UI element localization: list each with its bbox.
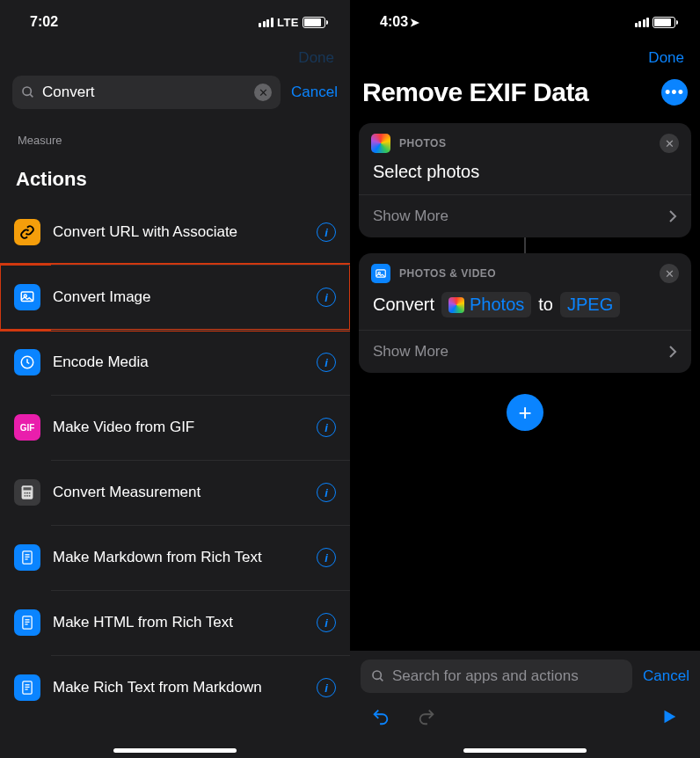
add-action-button[interactable]: + — [507, 394, 543, 431]
page-header: Remove EXIF Data ••• — [350, 69, 700, 123]
battery-icon — [303, 17, 325, 28]
close-icon[interactable]: ✕ — [660, 134, 679, 153]
action-make-video-gif[interactable]: GIF Make Video from GIF i — [0, 395, 350, 460]
photos-app-icon — [371, 134, 390, 153]
network-label: LTE — [277, 16, 299, 29]
card-category: PHOTOS & VIDEO — [399, 267, 496, 280]
done-button[interactable]: Done — [0, 44, 350, 69]
search-row: ✕ Cancel — [0, 69, 350, 118]
action-label: Convert Measurement — [53, 484, 317, 501]
gif-icon: GIF — [14, 414, 40, 441]
status-bar: 7:02 LTE — [0, 0, 350, 44]
svg-point-9 — [29, 492, 31, 494]
cancel-button[interactable]: Cancel — [291, 84, 338, 101]
status-time: 4:03➤ — [380, 14, 419, 30]
section-title: Actions — [0, 168, 350, 200]
cancel-button[interactable]: Cancel — [643, 667, 689, 685]
action-convert-url[interactable]: Convert URL with Associate i — [0, 200, 350, 265]
show-more-label: Show More — [373, 343, 448, 361]
close-icon[interactable]: ✕ — [660, 264, 679, 283]
doc-icon — [14, 544, 40, 571]
clear-icon[interactable]: ✕ — [254, 84, 272, 101]
run-button[interactable] — [660, 707, 679, 726]
info-icon[interactable]: i — [317, 483, 336, 502]
convert-prefix: Convert — [373, 295, 434, 315]
more-button[interactable]: ••• — [661, 79, 688, 106]
action-markdown-from-rich[interactable]: Make Markdown from Rich Text i — [0, 525, 350, 590]
home-indicator[interactable] — [463, 748, 587, 753]
search-input[interactable] — [42, 84, 247, 101]
toolbar — [361, 693, 689, 726]
info-icon[interactable]: i — [317, 288, 336, 307]
image-icon — [14, 284, 40, 310]
status-right — [635, 17, 676, 28]
status-time: 7:02 — [30, 14, 58, 30]
info-icon[interactable]: i — [317, 418, 336, 437]
search-icon — [371, 669, 385, 683]
svg-point-11 — [26, 495, 28, 497]
svg-point-10 — [24, 495, 26, 497]
status-right: LTE — [259, 16, 325, 29]
action-html-from-rich[interactable]: Make HTML from Rich Text i — [0, 590, 350, 655]
info-icon[interactable]: i — [317, 678, 336, 697]
clock-icon — [14, 349, 40, 375]
action-convert-measurement[interactable]: Convert Measurement i — [0, 460, 350, 525]
show-more-row[interactable]: Show More — [359, 194, 691, 237]
svg-point-7 — [24, 492, 26, 494]
svg-point-27 — [373, 671, 381, 679]
svg-line-1 — [30, 94, 33, 97]
signal-icon — [635, 18, 650, 27]
card-category: PHOTOS — [399, 137, 446, 149]
link-icon — [14, 219, 40, 245]
action-rich-from-markdown[interactable]: Make Rich Text from Markdown i — [0, 655, 350, 720]
svg-point-8 — [26, 492, 28, 494]
info-icon[interactable]: i — [317, 613, 336, 632]
doc-icon — [14, 674, 40, 701]
info-icon[interactable]: i — [317, 353, 336, 372]
calculator-icon — [14, 479, 40, 506]
card-body[interactable]: Convert Photos to JPEG — [359, 288, 691, 330]
search-field[interactable]: ✕ — [12, 76, 281, 109]
action-label: Make Video from GIF — [53, 419, 317, 436]
photos-app-icon — [448, 297, 464, 313]
location-icon: ➤ — [410, 16, 419, 29]
status-bar: 4:03➤ — [350, 0, 700, 44]
info-icon[interactable]: i — [317, 222, 336, 242]
search-placeholder: Search for apps and actions — [392, 667, 579, 685]
card-body[interactable]: Select photos — [359, 158, 691, 194]
action-label: Make Rich Text from Markdown — [53, 679, 317, 696]
signal-icon — [259, 18, 273, 27]
svg-point-0 — [23, 87, 31, 95]
search-field[interactable]: Search for apps and actions — [361, 660, 632, 693]
home-indicator[interactable] — [113, 748, 237, 753]
flow-connector — [524, 237, 526, 253]
action-label: Convert URL with Associate — [53, 223, 317, 241]
svg-point-12 — [29, 495, 31, 497]
left-screen: 7:02 LTE Done ✕ Cancel Measure Actions C… — [0, 0, 350, 758]
actions-scroll: Measure Actions Convert URL with Associa… — [0, 118, 350, 758]
svg-line-28 — [380, 678, 383, 681]
redo-icon[interactable] — [417, 707, 436, 726]
show-more-label: Show More — [373, 208, 448, 225]
chevron-right-icon — [668, 209, 677, 223]
action-label: Make Markdown from Rich Text — [53, 549, 317, 566]
to-text: to — [538, 295, 553, 315]
page-title: Remove EXIF Data — [362, 77, 588, 107]
show-more-row[interactable]: Show More — [359, 330, 691, 373]
param-photos[interactable]: Photos — [441, 292, 531, 317]
bottom-panel: Search for apps and actions Cancel — [350, 651, 700, 758]
chevron-right-icon — [668, 345, 677, 359]
action-label: Convert Image — [53, 288, 317, 306]
done-button[interactable]: Done — [350, 44, 700, 69]
param-jpeg[interactable]: JPEG — [560, 292, 620, 317]
doc-icon — [14, 609, 40, 636]
action-encode-media[interactable]: Encode Media i — [0, 330, 350, 395]
right-screen: 4:03➤ Done Remove EXIF Data ••• PHOTOS ✕… — [350, 0, 700, 758]
action-card-select-photos: PHOTOS ✕ Select photos Show More — [359, 123, 691, 237]
action-convert-image[interactable]: Convert Image i — [0, 265, 350, 330]
undo-icon[interactable] — [371, 707, 390, 726]
search-icon — [21, 85, 35, 99]
action-label: Encode Media — [53, 353, 317, 371]
info-icon[interactable]: i — [317, 548, 336, 567]
sub-label: Measure — [0, 118, 350, 168]
